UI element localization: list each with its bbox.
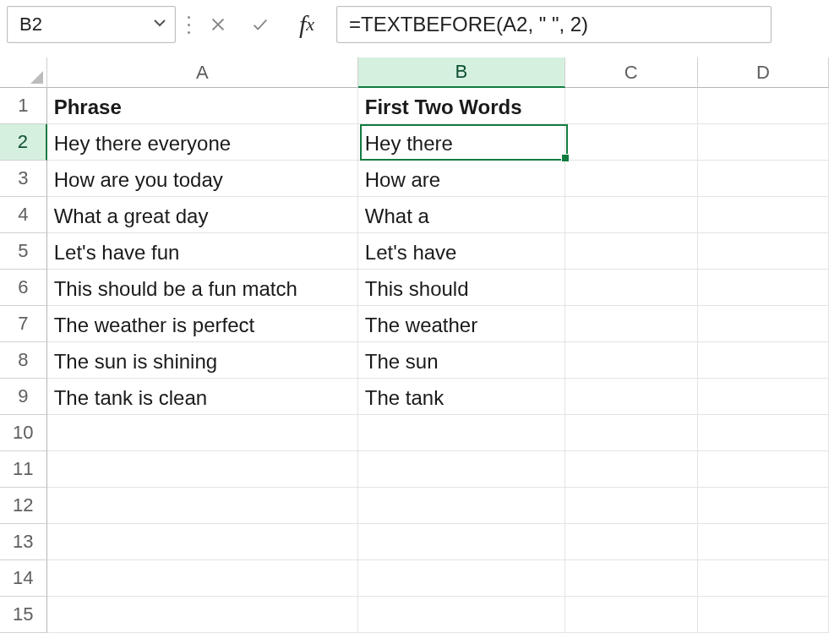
cell-C1[interactable] <box>565 88 698 124</box>
formula-text: =TEXTBEFORE(A2, " ", 2) <box>349 13 588 36</box>
cell-D15[interactable] <box>698 597 829 633</box>
cell-C13[interactable] <box>565 524 698 560</box>
cell-A4[interactable]: What a great day <box>47 197 358 233</box>
cell-A9[interactable]: The tank is clean <box>47 379 358 415</box>
select-all-corner[interactable] <box>0 57 47 88</box>
row-header[interactable]: 13 <box>0 524 47 560</box>
enter-button[interactable] <box>243 8 277 41</box>
table-row: 13 <box>0 524 829 560</box>
table-row: 10 <box>0 415 829 451</box>
row-header[interactable]: 3 <box>0 161 47 197</box>
cell-A7[interactable]: The weather is perfect <box>47 306 358 342</box>
row-header[interactable]: 10 <box>0 415 47 451</box>
insert-function-button[interactable]: fx <box>286 8 328 41</box>
cell-A3[interactable]: How are you today <box>47 161 358 197</box>
cell-A6[interactable]: This should be a fun match <box>47 270 358 306</box>
row-header[interactable]: 2 <box>0 124 47 161</box>
cell-A15[interactable] <box>47 597 358 633</box>
cell-C2[interactable] <box>565 124 698 161</box>
table-row: 15 <box>0 597 829 633</box>
cell-B15[interactable] <box>358 597 565 633</box>
row-header[interactable]: 14 <box>0 560 47 597</box>
spreadsheet-grid: A B C D 1 Phrase First Two Words 2 Hey t… <box>0 57 829 633</box>
table-row: 6 This should be a fun match This should <box>0 270 829 306</box>
row-header[interactable]: 15 <box>0 597 47 633</box>
divider-dots-icon <box>184 6 193 43</box>
row-header[interactable]: 4 <box>0 197 47 233</box>
formula-bar: B2 fx =TEXTBEFORE(A2, " ", 2) <box>0 0 829 49</box>
cell-C6[interactable] <box>565 270 698 306</box>
cell-D6[interactable] <box>698 270 829 306</box>
cell-D11[interactable] <box>698 451 829 488</box>
cell-C11[interactable] <box>565 451 698 488</box>
cell-D10[interactable] <box>698 415 829 451</box>
cancel-button[interactable] <box>201 8 235 41</box>
cell-B11[interactable] <box>358 451 565 488</box>
cell-B12[interactable] <box>358 488 565 524</box>
cell-A14[interactable] <box>47 560 358 597</box>
column-header-B[interactable]: B <box>358 57 565 88</box>
cell-B10[interactable] <box>358 415 565 451</box>
table-row: 8 The sun is shining The sun <box>0 342 829 379</box>
cell-B4[interactable]: What a <box>358 197 565 233</box>
table-row: 4 What a great day What a <box>0 197 829 233</box>
column-headers: A B C D <box>0 57 829 88</box>
row-header[interactable]: 11 <box>0 451 47 488</box>
chevron-down-icon[interactable] <box>153 16 166 34</box>
cell-C10[interactable] <box>565 415 698 451</box>
cell-B2[interactable]: Hey there <box>358 124 565 161</box>
row-header[interactable]: 8 <box>0 342 47 379</box>
cell-D12[interactable] <box>698 488 829 524</box>
cell-B7[interactable]: The weather <box>358 306 565 342</box>
cell-C4[interactable] <box>565 197 698 233</box>
formula-input[interactable]: =TEXTBEFORE(A2, " ", 2) <box>336 6 772 43</box>
cell-B8[interactable]: The sun <box>358 342 565 379</box>
cell-D4[interactable] <box>698 197 829 233</box>
cell-B9[interactable]: The tank <box>358 379 565 415</box>
row-header[interactable]: 1 <box>0 88 47 124</box>
cell-C14[interactable] <box>565 560 698 597</box>
column-header-D[interactable]: D <box>698 57 829 88</box>
cell-D5[interactable] <box>698 233 829 270</box>
cell-B5[interactable]: Let's have <box>358 233 565 270</box>
cell-A12[interactable] <box>47 488 358 524</box>
cell-A10[interactable] <box>47 415 358 451</box>
cell-D1[interactable] <box>698 88 829 124</box>
cell-A8[interactable]: The sun is shining <box>47 342 358 379</box>
cell-A5[interactable]: Let's have fun <box>47 233 358 270</box>
cell-B3[interactable]: How are <box>358 161 565 197</box>
cell-D13[interactable] <box>698 524 829 560</box>
table-row: 11 <box>0 451 829 488</box>
row-header[interactable]: 9 <box>0 379 47 415</box>
cell-B14[interactable] <box>358 560 565 597</box>
cell-C5[interactable] <box>565 233 698 270</box>
cell-D2[interactable] <box>698 124 829 161</box>
cell-C3[interactable] <box>565 161 698 197</box>
cell-B13[interactable] <box>358 524 565 560</box>
cell-B6[interactable]: This should <box>358 270 565 306</box>
name-box[interactable]: B2 <box>7 6 176 43</box>
cell-D8[interactable] <box>698 342 829 379</box>
cell-B1[interactable]: First Two Words <box>358 88 565 124</box>
row-header[interactable]: 7 <box>0 306 47 342</box>
cell-C12[interactable] <box>565 488 698 524</box>
cell-C9[interactable] <box>565 379 698 415</box>
row-header[interactable]: 5 <box>0 233 47 270</box>
cell-D3[interactable] <box>698 161 829 197</box>
cell-D9[interactable] <box>698 379 829 415</box>
cell-C8[interactable] <box>565 342 698 379</box>
cell-A2[interactable]: Hey there everyone <box>47 124 358 161</box>
row-header[interactable]: 12 <box>0 488 47 524</box>
column-header-A[interactable]: A <box>47 57 358 88</box>
cell-D7[interactable] <box>698 306 829 342</box>
cell-A1[interactable]: Phrase <box>47 88 358 124</box>
cell-C15[interactable] <box>565 597 698 633</box>
cell-D14[interactable] <box>698 560 829 597</box>
cell-A13[interactable] <box>47 524 358 560</box>
cell-C7[interactable] <box>565 306 698 342</box>
row-header[interactable]: 6 <box>0 270 47 306</box>
name-box-ref: B2 <box>19 14 42 35</box>
cell-A11[interactable] <box>47 451 358 488</box>
column-header-C[interactable]: C <box>565 57 698 88</box>
rows-container: 1 Phrase First Two Words 2 Hey there eve… <box>0 88 829 633</box>
